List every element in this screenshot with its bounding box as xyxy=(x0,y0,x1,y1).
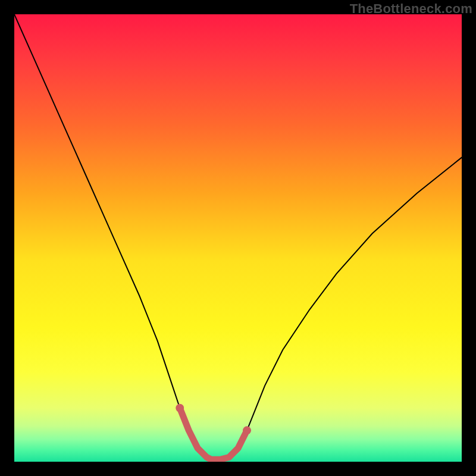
watermark-text: TheBottleneck.com xyxy=(350,1,472,17)
optimal-range-dot xyxy=(243,426,251,434)
chart-svg xyxy=(14,14,462,462)
chart-plot-area xyxy=(14,14,462,462)
chart-background-gradient xyxy=(14,14,462,462)
optimal-range-dot xyxy=(176,404,184,412)
chart-frame: TheBottleneck.com xyxy=(0,0,476,476)
